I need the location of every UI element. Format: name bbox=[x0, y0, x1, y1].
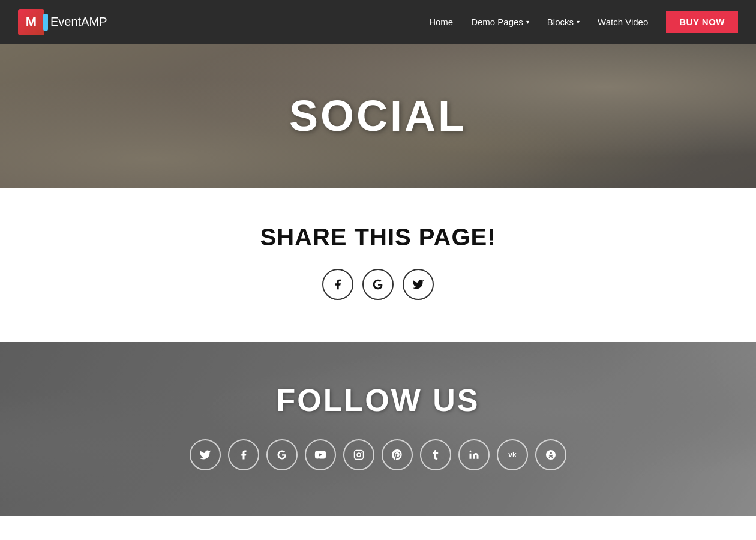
nav-item-watch-video[interactable]: Watch Video bbox=[598, 17, 648, 28]
share-section: SHARE THIS PAGE! bbox=[0, 188, 756, 342]
pinterest-follow-icon bbox=[392, 449, 403, 460]
hero-section: SOCIAL bbox=[0, 44, 756, 188]
google-plus-follow-icon bbox=[277, 449, 287, 460]
buy-now-button[interactable]: BUY NOW bbox=[666, 11, 738, 33]
follow-overlay bbox=[0, 342, 756, 516]
svg-rect-1 bbox=[355, 450, 364, 459]
svg-point-3 bbox=[361, 452, 362, 453]
follow-vk-button[interactable]: vk bbox=[497, 439, 528, 470]
nav-menu: Home Demo Pages ▾ Blocks ▾ Watch Video B… bbox=[429, 17, 738, 28]
vk-follow-icon: vk bbox=[508, 451, 516, 459]
twitter-follow-icon bbox=[199, 449, 211, 461]
twitter-icon bbox=[412, 278, 424, 290]
brand-logo-icon: M bbox=[18, 9, 44, 35]
follow-pinterest-button[interactable] bbox=[382, 439, 413, 470]
facebook-icon bbox=[332, 278, 344, 290]
follow-linkedin-button[interactable] bbox=[458, 439, 490, 470]
nav-item-home[interactable]: Home bbox=[429, 17, 453, 28]
follow-google-plus-button[interactable] bbox=[266, 439, 298, 470]
social-share-icons bbox=[322, 269, 434, 300]
facebook-follow-icon bbox=[238, 449, 249, 460]
nav-link-blocks[interactable]: Blocks ▾ bbox=[547, 17, 580, 27]
chevron-down-icon-blocks: ▾ bbox=[577, 19, 580, 25]
share-twitter-button[interactable] bbox=[403, 269, 434, 300]
tumblr-follow-icon bbox=[431, 450, 440, 460]
svg-point-4 bbox=[470, 450, 472, 452]
hero-title: SOCIAL bbox=[289, 91, 467, 140]
ok-follow-icon bbox=[546, 450, 556, 460]
nav-item-blocks[interactable]: Blocks ▾ bbox=[547, 17, 580, 27]
share-title: SHARE THIS PAGE! bbox=[260, 224, 496, 251]
share-google-plus-button[interactable] bbox=[362, 269, 394, 300]
chevron-down-icon: ▾ bbox=[526, 19, 529, 25]
follow-icons: vk bbox=[190, 439, 566, 470]
svg-point-2 bbox=[357, 453, 361, 457]
follow-section: FOLLOW US bbox=[0, 342, 756, 516]
instagram-follow-icon bbox=[353, 449, 364, 460]
linkedin-follow-icon bbox=[469, 449, 479, 460]
follow-ok-button[interactable] bbox=[535, 439, 566, 470]
brand-name: EventAMP bbox=[50, 15, 107, 29]
nav-link-demo-pages[interactable]: Demo Pages ▾ bbox=[471, 17, 529, 27]
follow-instagram-button[interactable] bbox=[343, 439, 374, 470]
navbar: M EventAMP Home Demo Pages ▾ Blocks ▾ Wa… bbox=[0, 0, 756, 44]
follow-facebook-button[interactable] bbox=[228, 439, 259, 470]
nav-item-demo-pages[interactable]: Demo Pages ▾ bbox=[471, 17, 529, 27]
nav-item-buy-now[interactable]: BUY NOW bbox=[666, 17, 738, 28]
nav-link-watch-video[interactable]: Watch Video bbox=[598, 17, 648, 27]
follow-youtube-button[interactable] bbox=[305, 439, 336, 470]
follow-twitter-button[interactable] bbox=[190, 439, 221, 470]
brand-logo-link[interactable]: M EventAMP bbox=[18, 9, 107, 35]
youtube-follow-icon bbox=[314, 449, 326, 461]
share-facebook-button[interactable] bbox=[322, 269, 353, 300]
follow-title: FOLLOW US bbox=[277, 382, 480, 418]
google-plus-icon bbox=[372, 278, 384, 290]
follow-tumblr-button[interactable] bbox=[420, 439, 451, 470]
nav-link-home[interactable]: Home bbox=[429, 17, 453, 27]
